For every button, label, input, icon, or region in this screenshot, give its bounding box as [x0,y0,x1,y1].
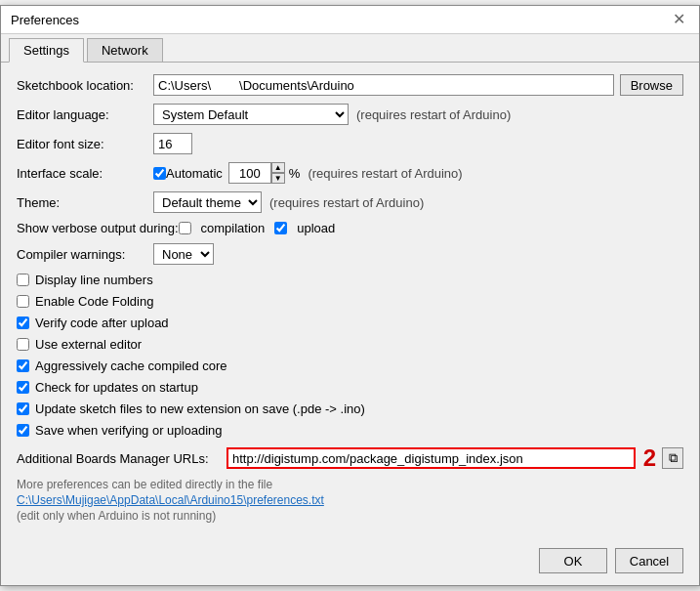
check-updates-checkbox[interactable] [17,381,29,394]
update-sketch-label: Update sketch files to new extension on … [35,401,365,416]
compiler-warnings-label: Compiler warnings: [17,247,153,262]
theme-row: Theme: Default theme (requires restart o… [17,191,683,213]
interface-scale-spin: ▲ ▼ [228,162,285,184]
compiler-warnings-select[interactable]: None [153,243,214,265]
save-verifying-checkbox[interactable] [17,424,29,437]
verbose-label: Show verbose output during: [17,221,179,235]
checkbox-verify-code: Verify code after upload [17,316,683,330]
settings-content: Sketchbook location: Browse Editor langu… [1,63,699,540]
preferences-window: Preferences ✕ Settings Network Sketchboo… [0,5,700,586]
tab-settings[interactable]: Settings [9,38,84,63]
window-title: Preferences [11,13,79,27]
verbose-row: Show verbose output during: compilation … [17,221,683,235]
checkbox-use-external-editor: Use external editor [17,337,683,352]
tab-bar: Settings Network [1,34,699,63]
spin-buttons: ▲ ▼ [271,162,285,184]
editor-language-select[interactable]: System Default [153,104,349,125]
use-external-editor-label: Use external editor [35,337,142,352]
aggressively-cache-label: Aggressively cache compiled core [35,359,227,373]
editor-font-size-label: Editor font size: [17,137,153,151]
interface-scale-row: Interface scale: Automatic ▲ ▼ % (requir… [17,162,683,184]
cancel-button[interactable]: Cancel [615,548,683,573]
upload-checkbox[interactable] [274,222,287,234]
enable-code-folding-checkbox[interactable] [17,295,29,308]
editor-language-label: Editor language: [17,107,153,122]
display-line-numbers-checkbox[interactable] [17,274,29,286]
sketchbook-label: Sketchbook location: [17,78,153,93]
checkbox-display-line-numbers: Display line numbers [17,273,683,287]
percent-label: % [289,166,301,181]
sketchbook-row: Sketchbook location: Browse [17,74,683,96]
boards-url-input[interactable] [226,447,636,469]
boards-url-icon-button[interactable]: ⧉ [662,447,683,469]
checkbox-save-verifying: Save when verifying or uploading [17,423,683,438]
more-prefs-text: More preferences can be edited directly … [17,478,683,491]
verify-code-label: Verify code after upload [35,316,169,330]
spin-up-button[interactable]: ▲ [271,162,285,173]
compiler-warnings-row: Compiler warnings: None [17,243,683,265]
sketchbook-input[interactable] [153,74,614,96]
interface-scale-auto-checkbox[interactable] [153,167,166,180]
display-line-numbers-label: Display line numbers [35,273,153,287]
interface-scale-requires: (requires restart of Arduino) [308,166,462,181]
checkboxes-section: Display line numbers Enable Code Folding… [17,273,683,438]
editor-language-requires: (requires restart of Arduino) [356,107,511,122]
theme-label: Theme: [17,195,153,210]
verify-code-checkbox[interactable] [17,317,29,329]
spin-down-button[interactable]: ▼ [271,173,285,184]
interface-scale-value[interactable] [228,162,271,184]
checkbox-check-updates: Check for updates on startup [17,380,683,395]
boards-url-label: Additional Boards Manager URLs: [17,451,226,466]
update-sketch-checkbox[interactable] [17,402,29,415]
verbose-options: compilation upload [179,221,336,235]
theme-requires: (requires restart of Arduino) [269,195,424,210]
pref-path-link[interactable]: C:\Users\Mujigae\AppData\Local\Arduino15… [17,493,683,507]
title-bar: Preferences ✕ [1,6,699,34]
upload-label: upload [297,221,335,235]
edit-note-text: (edit only when Arduino is not running) [17,509,683,523]
check-updates-label: Check for updates on startup [35,380,198,395]
editor-font-size-row: Editor font size: [17,133,683,154]
editor-font-size-input[interactable] [153,133,192,154]
ok-button[interactable]: OK [539,548,607,573]
browse-button[interactable]: Browse [620,74,683,96]
bottom-bar: OK Cancel [1,540,699,585]
theme-select[interactable]: Default theme [153,191,262,213]
enable-code-folding-label: Enable Code Folding [35,294,153,309]
compilation-label: compilation [201,221,266,235]
aggressively-cache-checkbox[interactable] [17,359,29,372]
interface-scale-label: Interface scale: [17,166,153,181]
close-button[interactable]: ✕ [669,12,689,27]
checkbox-aggressively-cache: Aggressively cache compiled core [17,359,683,373]
save-verifying-label: Save when verifying or uploading [35,423,223,438]
compilation-checkbox[interactable] [179,222,191,234]
boards-url-badge: 2 [643,444,656,472]
checkbox-update-sketch: Update sketch files to new extension on … [17,401,683,416]
checkbox-enable-code-folding: Enable Code Folding [17,294,683,309]
editor-language-row: Editor language: System Default (require… [17,104,683,125]
tab-network[interactable]: Network [87,38,163,62]
use-external-editor-checkbox[interactable] [17,338,29,351]
interface-scale-auto-label: Automatic [166,166,223,181]
boards-url-row: Additional Boards Manager URLs: 2 ⧉ [17,444,683,472]
